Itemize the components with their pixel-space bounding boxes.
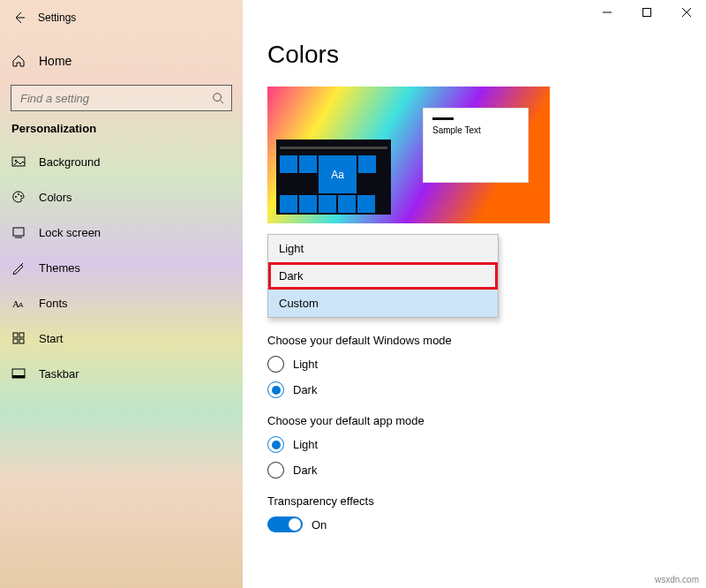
dropdown-option-dark[interactable]: Dark: [268, 262, 498, 290]
svg-rect-9: [13, 333, 18, 337]
svg-point-5: [20, 195, 22, 197]
color-mode-dropdown[interactable]: Light Dark Custom: [267, 234, 499, 318]
maximize-button[interactable]: [627, 0, 666, 25]
svg-point-3: [15, 196, 17, 198]
preview-start-menu: Aa: [276, 139, 391, 215]
search-input[interactable]: [19, 91, 212, 106]
image-icon: [11, 155, 26, 169]
back-button[interactable]: [7, 5, 32, 30]
search-box[interactable]: [11, 85, 232, 111]
dropdown-option-light[interactable]: Light: [268, 235, 498, 262]
preview-tile-aa: Aa: [319, 155, 357, 193]
close-button[interactable]: [666, 0, 706, 25]
lockscreen-icon: [11, 225, 26, 239]
nav-item-label: Colors: [39, 191, 72, 204]
nav-home[interactable]: Home: [0, 44, 243, 78]
page-title: Colors: [267, 41, 706, 69]
taskbar-icon: [11, 366, 26, 381]
nav-item-label: Taskbar: [39, 367, 79, 381]
palette-icon: [11, 190, 26, 204]
svg-rect-11: [13, 339, 18, 343]
fonts-icon: AA: [11, 296, 26, 310]
svg-text:A: A: [19, 301, 24, 309]
svg-rect-15: [642, 9, 650, 17]
app-mode-label: Choose your default app mode: [267, 414, 706, 427]
minimize-icon: [603, 8, 612, 17]
watermark: wsxdn.com: [655, 575, 699, 584]
windows-mode-label: Choose your default Windows mode: [267, 334, 706, 347]
nav-item-label: Themes: [39, 261, 80, 275]
home-icon: [11, 54, 26, 68]
radio-icon: [267, 462, 284, 479]
close-icon: [682, 8, 691, 17]
sidebar: Settings Home Personalization Background…: [0, 0, 243, 588]
dropdown-option-custom[interactable]: Custom: [268, 290, 498, 317]
minimize-button[interactable]: [587, 0, 627, 25]
nav-home-label: Home: [39, 54, 71, 68]
radio-label: Light: [293, 438, 318, 451]
svg-point-0: [214, 94, 222, 102]
svg-rect-14: [12, 375, 25, 378]
themes-icon: [11, 260, 26, 275]
windows-mode-light[interactable]: Light: [267, 356, 706, 373]
preview-sample-text: Sample Text: [432, 125, 519, 135]
maximize-icon: [642, 8, 651, 17]
svg-point-4: [18, 193, 19, 195]
color-preview: Aa Sample Text: [267, 87, 550, 223]
nav-item-background[interactable]: Background: [0, 144, 243, 179]
search-icon: [212, 92, 224, 104]
radio-icon-selected: [267, 436, 284, 453]
preview-window: Sample Text: [423, 108, 529, 183]
radio-label: Dark: [293, 383, 317, 396]
nav-item-taskbar[interactable]: Taskbar: [0, 356, 243, 391]
app-mode-light[interactable]: Light: [267, 436, 706, 453]
svg-rect-10: [19, 333, 24, 337]
svg-rect-12: [19, 339, 24, 343]
radio-label: Dark: [293, 464, 317, 477]
nav-item-label: Fonts: [39, 297, 68, 310]
section-title: Personalization: [0, 122, 243, 144]
window-controls: [587, 0, 706, 25]
nav-item-label: Start: [39, 332, 63, 345]
svg-rect-6: [13, 228, 24, 236]
nav-item-label: Background: [39, 155, 100, 169]
radio-icon: [267, 356, 284, 373]
toggle-switch[interactable]: [267, 516, 303, 532]
nav-item-label: Lock screen: [39, 226, 101, 239]
window-title: Settings: [38, 11, 76, 24]
titlebar: Settings: [0, 4, 243, 31]
windows-mode-dark[interactable]: Dark: [267, 381, 706, 398]
app-mode-dark[interactable]: Dark: [267, 462, 706, 479]
nav-item-fonts[interactable]: AA Fonts: [0, 285, 243, 320]
start-icon: [11, 331, 26, 345]
arrow-left-icon: [12, 11, 26, 25]
radio-label: Light: [293, 358, 318, 371]
toggle-value: On: [312, 518, 327, 531]
nav-item-themes[interactable]: Themes: [0, 250, 243, 285]
radio-icon-selected: [267, 381, 284, 398]
nav-item-start[interactable]: Start: [0, 320, 243, 356]
nav-item-lockscreen[interactable]: Lock screen: [0, 215, 243, 250]
nav-item-colors[interactable]: Colors: [0, 179, 243, 215]
transparency-label: Transparency effects: [267, 494, 706, 508]
svg-point-2: [15, 160, 18, 162]
transparency-toggle-row[interactable]: On: [267, 516, 706, 532]
content-area: Colors Aa Sample Text Light Dark Custom …: [243, 0, 706, 588]
